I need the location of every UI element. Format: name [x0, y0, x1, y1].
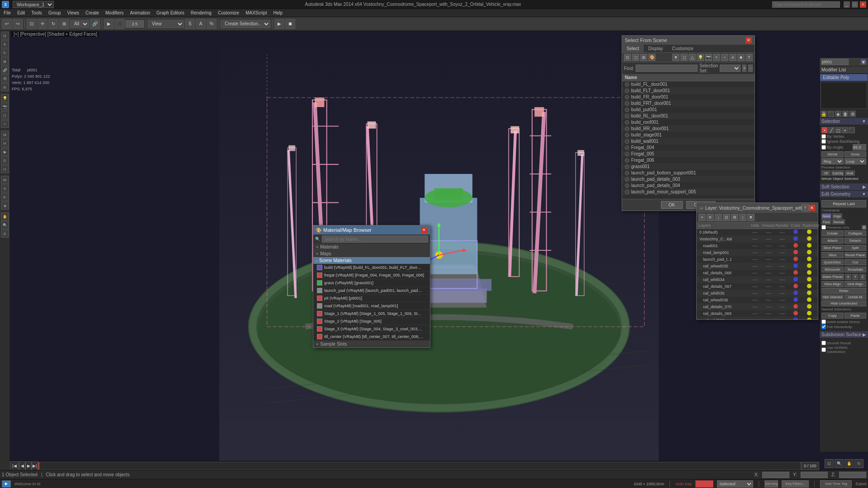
- auto-key-button[interactable]: [695, 480, 713, 488]
- mat-fregat[interactable]: fregat (VRayMtl) [Fregat_004, Fregat_005…: [313, 272, 430, 279]
- menu-animation[interactable]: Animation: [127, 10, 153, 16]
- lock-button[interactable]: 🔒: [821, 111, 827, 117]
- obj-item-9[interactable]: build_wall001: [622, 138, 755, 145]
- play-button[interactable]: ▶: [274, 19, 284, 29]
- z-axis-btn[interactable]: Z: [859, 274, 866, 280]
- x-axis-btn[interactable]: X: [845, 274, 851, 280]
- lt-utilities[interactable]: U: [1, 165, 9, 173]
- sd-select-none[interactable]: ◻: [632, 54, 639, 61]
- mat-stage2[interactable]: Stage_2 (VRayMtl) [Stage_005]: [313, 318, 430, 325]
- lt-unlink[interactable]: ⛓: [1, 75, 9, 83]
- add-layer-btn[interactable]: +: [698, 214, 706, 221]
- angle-snap-button[interactable]: A: [196, 19, 206, 29]
- preview-subobj-btn[interactable]: SubObj: [831, 170, 844, 176]
- lt-bind[interactable]: B: [1, 83, 9, 91]
- ring-dropdown[interactable]: Ring: [821, 158, 844, 164]
- undo-button[interactable]: ↩: [2, 19, 12, 29]
- preview-multi-btn[interactable]: Multi: [845, 170, 855, 176]
- select-layer-btn[interactable]: ⊡: [723, 214, 730, 221]
- menu-group[interactable]: Group: [46, 10, 64, 16]
- lt-hierarchy[interactable]: H: [1, 139, 9, 147]
- render-button[interactable]: ▶: [104, 19, 114, 29]
- move-button[interactable]: ✛: [38, 19, 47, 29]
- layer-rail-whil034[interactable]: rail_whil034 ---- ---- ----: [697, 277, 818, 283]
- ignore-backfacing-checkbox[interactable]: [821, 139, 826, 144]
- layer-rail-wheel035[interactable]: rail_wheel035 ---- ---- ----: [697, 263, 818, 270]
- none-btn[interactable]: None: [821, 213, 831, 219]
- set-key-button[interactable]: Set Key: [764, 480, 778, 488]
- sd-sort-color[interactable]: ■: [737, 54, 745, 61]
- obj-item-12[interactable]: Fregat_006: [622, 157, 755, 164]
- menu-create[interactable]: Create: [83, 10, 102, 16]
- browser-titlebar[interactable]: 🎨Material/Map Browser ✕: [313, 225, 430, 235]
- obj-item-3[interactable]: build_FRT_door001: [622, 100, 755, 107]
- editable-poly-modifier[interactable]: Editable Poly: [820, 74, 868, 81]
- delete-isolated-checkbox[interactable]: [821, 319, 826, 324]
- obj-item-17[interactable]: launch_pad_moun_support_005: [622, 189, 755, 195]
- paste-named-btn[interactable]: Paste: [844, 313, 867, 319]
- split-button[interactable]: Split: [844, 245, 867, 251]
- cut-button[interactable]: Cut: [844, 259, 867, 265]
- face-constraint-btn[interactable]: Face: [821, 219, 831, 225]
- obj-item-16[interactable]: launch_pad_details_004: [622, 183, 755, 189]
- obj-item-2[interactable]: build_FR_door001: [622, 94, 755, 100]
- layer-filter-btn[interactable]: ▼: [747, 214, 755, 221]
- select-dialog-close[interactable]: ✕: [745, 37, 752, 43]
- ok-button[interactable]: OK: [661, 201, 683, 209]
- maximize-button[interactable]: □: [852, 1, 858, 8]
- poly-btn[interactable]: ▪: [842, 127, 848, 133]
- msmooth-button[interactable]: MSmooth: [821, 267, 844, 272]
- obj-item-11[interactable]: Fregat_005: [622, 151, 755, 157]
- sd-sort-name[interactable]: A: [729, 54, 736, 61]
- create-button[interactable]: Create: [821, 230, 844, 236]
- find-input[interactable]: [636, 65, 698, 72]
- layer-props-btn[interactable]: ⚙: [731, 214, 738, 221]
- smooth-result-checkbox[interactable]: [821, 341, 826, 345]
- border-btn[interactable]: ◻: [835, 127, 841, 133]
- zoom-button[interactable]: 🔍: [835, 459, 844, 468]
- menu-edit[interactable]: Edit: [14, 10, 28, 16]
- display-tab[interactable]: Display: [644, 45, 668, 52]
- preserve-uvs-options[interactable]: ⚙: [862, 225, 866, 230]
- x-coord-input[interactable]: [762, 472, 789, 478]
- layer-rail-details-067[interactable]: rail_details_067 ---- ---- ----: [697, 283, 818, 290]
- by-angle-checkbox[interactable]: [821, 145, 826, 150]
- copy-named-btn[interactable]: Copy: [821, 313, 844, 319]
- timeline-next[interactable]: ▶|: [32, 461, 38, 470]
- lt-smooth[interactable]: ◈: [1, 202, 9, 210]
- selection-set-dropdown[interactable]: Create Selection...: [221, 20, 270, 28]
- collapse-button[interactable]: Collapse: [844, 230, 867, 236]
- remove-modifier[interactable]: 🗑: [842, 111, 849, 117]
- layer-road001[interactable]: road001 ---- ---- ----: [697, 243, 818, 249]
- obj-item-13[interactable]: grass001: [622, 164, 755, 170]
- layer-launch-pad[interactable]: launch_pad_t..1 ---- ---- ----: [697, 256, 818, 263]
- selection-rollout[interactable]: Selection▼: [820, 118, 868, 125]
- orbit-button[interactable]: ↻: [854, 459, 863, 468]
- sd-camera[interactable]: 📷: [705, 54, 712, 61]
- timeline-rewind[interactable]: |◀: [10, 461, 19, 470]
- shrink-button[interactable]: Shrink: [821, 151, 844, 157]
- maps-section[interactable]: + Maps: [313, 250, 430, 257]
- delete-layer-btn[interactable]: ✕: [707, 214, 714, 221]
- sd-spline[interactable]: ~: [721, 54, 728, 61]
- lt-motion[interactable]: ▶: [1, 148, 9, 156]
- modifier-dropdown-btn[interactable]: ▼: [861, 59, 866, 65]
- layer-rail-details-069[interactable]: rail_details_069 ---- ---- ----: [697, 310, 818, 317]
- menu-tools[interactable]: Tools: [28, 10, 44, 16]
- menu-customize[interactable]: Customize: [215, 10, 242, 16]
- obj-item-6[interactable]: build_roof001: [622, 119, 755, 126]
- layer-vostochny[interactable]: Vostochny_C...ital ---- ---- ----: [697, 236, 818, 243]
- sd-select-all[interactable]: ⊡: [624, 54, 631, 61]
- timeline[interactable]: |◀ ◀ ▶ ▶| 0 / 100: [10, 461, 819, 470]
- lt-helper[interactable]: +: [1, 120, 9, 128]
- obj-item-15[interactable]: launch_pad_details_003: [622, 176, 755, 183]
- layer-rail-details-068[interactable]: rail_details_068 ---- ---- ----: [697, 270, 818, 277]
- hide-unselected-button[interactable]: Hide Unselected: [821, 300, 866, 306]
- lt-display[interactable]: D: [1, 156, 9, 164]
- obj-item-7[interactable]: build_RR_door001: [622, 126, 755, 132]
- add-time-tag-button[interactable]: Add Time Tag: [820, 480, 852, 488]
- stop-button[interactable]: ⏹: [285, 19, 295, 29]
- subdivision-rollout[interactable]: Subdivision Surface▶: [820, 331, 868, 338]
- obj-item-4[interactable]: build_put001: [622, 107, 755, 113]
- reset-plane-button[interactable]: Reset Plane: [844, 252, 867, 258]
